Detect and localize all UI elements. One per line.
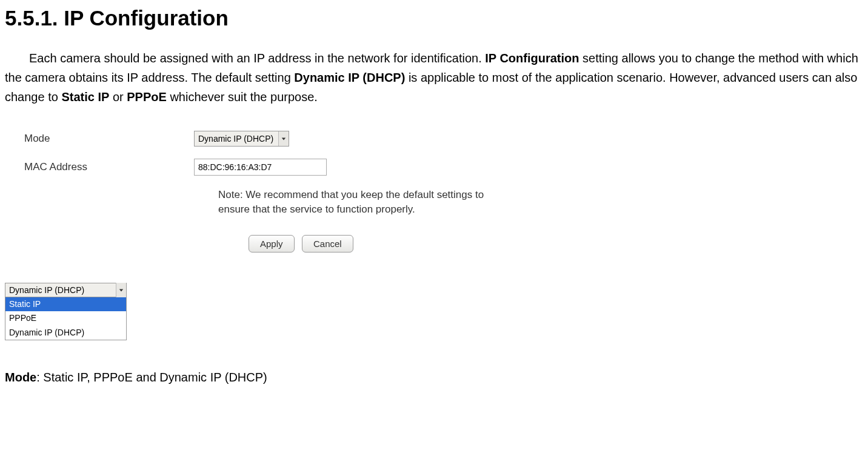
mode-select[interactable]: Dynamic IP (DHCP) [194,131,289,147]
para-bold-2: Dynamic IP (DHCP) [294,71,405,84]
svg-marker-1 [119,289,123,291]
mac-address-field[interactable] [194,159,327,176]
chevron-down-icon [278,131,289,146]
para-bold-1: IP Configuration [485,51,579,65]
para-bold-4: PPPoE [127,90,167,104]
chevron-down-icon [116,283,126,297]
settings-note: Note: We recommend that you keep the def… [218,188,497,217]
apply-button[interactable]: Apply [249,235,295,252]
para-text-5: whichever suit the purpose. [167,90,318,104]
mode-dropdown-value: Dynamic IP (DHCP) [9,285,116,295]
mac-label: MAC Address [24,161,194,173]
mode-row: Mode Dynamic IP (DHCP) [24,131,868,147]
mode-dropdown-header[interactable]: Dynamic IP (DHCP) [5,283,127,297]
mode-option-dhcp[interactable]: Dynamic IP (DHCP) [5,326,126,340]
section-heading: 5.5.1. IP Configuration [5,6,868,30]
para-text-4: or [109,90,127,104]
button-row: Apply Cancel [249,235,868,252]
cancel-button[interactable]: Cancel [302,235,353,252]
svg-marker-0 [282,137,285,140]
mode-description: Mode: Static IP, PPPoE and Dynamic IP (D… [5,371,868,384]
mode-select-value: Dynamic IP (DHCP) [198,134,278,144]
mode-option-pppoe[interactable]: PPPoE [5,311,126,326]
para-bold-3: Static IP [61,90,109,104]
mode-description-text: : Static IP, PPPoE and Dynamic IP (DHCP) [36,371,267,384]
mode-option-static-ip[interactable]: Static IP [5,297,126,312]
mac-row: MAC Address [24,159,868,176]
para-text-1: Each camera should be assigned with an I… [29,51,485,65]
mode-option-list: Static IP PPPoE Dynamic IP (DHCP) [5,297,127,341]
mode-label: Mode [24,133,194,145]
ip-config-form: Mode Dynamic IP (DHCP) MAC Address Note:… [24,131,868,252]
mode-dropdown-expanded: Dynamic IP (DHCP) Static IP PPPoE Dynami… [5,283,127,341]
mode-description-label: Mode [5,371,36,384]
intro-paragraph: Each camera should be assigned with an I… [5,48,863,107]
